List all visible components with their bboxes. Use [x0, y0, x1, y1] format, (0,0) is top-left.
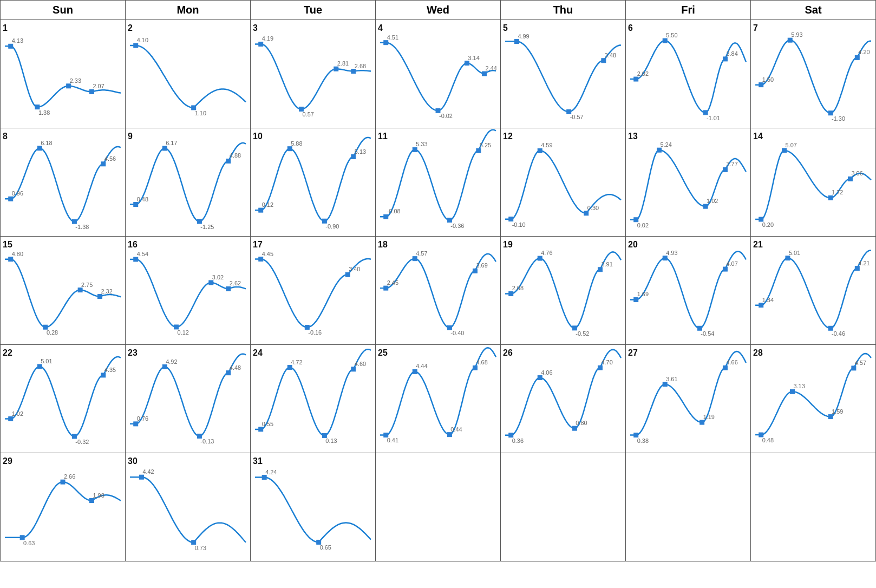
day-chart: 0.554.720.134.6024	[251, 345, 375, 453]
svg-rect-190	[162, 365, 167, 369]
day-chart: 0.414.440.444.6825	[376, 345, 500, 453]
svg-rect-233	[759, 433, 763, 437]
svg-text:2.44: 2.44	[486, 65, 497, 71]
svg-text:4.57: 4.57	[855, 360, 866, 366]
svg-rect-72	[226, 159, 231, 163]
svg-text:4.06: 4.06	[541, 369, 552, 376]
svg-text:4.80: 4.80	[12, 251, 23, 257]
svg-text:5.01: 5.01	[41, 358, 52, 364]
day-cell-9: 0.486.17-1.254.889	[126, 128, 251, 237]
svg-rect-0	[9, 44, 13, 48]
svg-text:15: 15	[3, 240, 12, 249]
svg-rect-77	[287, 147, 292, 151]
day-cell-12: -0.104.590.3012	[500, 128, 625, 237]
svg-rect-48	[759, 83, 763, 87]
day-chart: 0.966.18-1.384.568	[1, 128, 125, 236]
svg-rect-59	[37, 146, 42, 151]
svg-text:2.62: 2.62	[230, 280, 241, 286]
svg-rect-88	[447, 218, 452, 223]
svg-text:1.38: 1.38	[38, 109, 50, 116]
svg-text:29: 29	[3, 456, 12, 466]
svg-text:6.17: 6.17	[166, 140, 177, 146]
svg-text:17: 17	[253, 240, 263, 249]
svg-text:1.10: 1.10	[195, 110, 206, 116]
day-cell-13: 0.025.241.023.7713	[625, 128, 750, 237]
svg-rect-237	[828, 415, 833, 419]
day-cell-8: 0.966.18-1.384.568	[1, 128, 126, 237]
day-cell-1: 4.131.382.332.071	[1, 20, 126, 128]
svg-text:2.45: 2.45	[387, 279, 398, 286]
svg-text:0.20: 0.20	[762, 221, 774, 228]
svg-rect-219	[572, 426, 577, 430]
svg-text:4.99: 4.99	[518, 33, 529, 40]
svg-text:4.45: 4.45	[262, 251, 273, 257]
day-cell-26: 0.364.060.804.7026	[500, 345, 625, 453]
empty-cell	[750, 453, 875, 561]
svg-text:4: 4	[378, 23, 383, 32]
svg-rect-192	[197, 434, 201, 438]
svg-text:1.50: 1.50	[762, 76, 774, 83]
svg-text:14: 14	[753, 132, 763, 141]
svg-rect-68	[162, 146, 167, 151]
column-header-mon: Mon	[126, 1, 251, 20]
svg-text:-1.01: -1.01	[707, 115, 720, 121]
day-cell-27: 0.383.611.194.6627	[625, 345, 750, 453]
svg-text:4.13: 4.13	[12, 37, 23, 44]
svg-text:0.63: 0.63	[23, 540, 35, 546]
svg-rect-254	[262, 475, 266, 480]
column-header-wed: Wed	[375, 1, 500, 20]
svg-text:4.21: 4.21	[858, 260, 870, 266]
week-row-4: 1.025.01-0.324.35220.764.92-0.134.48230.…	[1, 345, 876, 453]
day-cell-2: 4.101.102	[126, 20, 251, 128]
svg-rect-32	[514, 40, 519, 44]
svg-rect-215	[509, 433, 513, 437]
svg-text:4.93: 4.93	[666, 250, 677, 256]
svg-rect-61	[72, 219, 76, 224]
svg-rect-97	[584, 211, 589, 215]
day-chart: 1.345.01-0.464.2121	[751, 237, 875, 344]
svg-text:5.50: 5.50	[666, 32, 677, 38]
svg-text:4.92: 4.92	[166, 358, 177, 365]
svg-text:4.20: 4.20	[858, 49, 870, 55]
day-chart: 4.99-0.573.485	[501, 20, 625, 128]
day-chart: 0.025.241.023.7713	[626, 128, 750, 236]
svg-text:5.88: 5.88	[291, 140, 302, 147]
week-row-3: 4.800.282.752.32154.540.123.022.62164.45…	[1, 237, 876, 345]
svg-rect-115	[848, 177, 852, 181]
svg-rect-70	[197, 219, 201, 224]
svg-text:6.18: 6.18	[41, 140, 52, 146]
svg-text:5.07: 5.07	[785, 142, 796, 148]
svg-text:23: 23	[128, 348, 138, 357]
svg-rect-208	[413, 369, 417, 374]
svg-rect-201	[322, 433, 326, 437]
svg-text:2.07: 2.07	[93, 83, 104, 89]
svg-text:5.01: 5.01	[789, 250, 800, 256]
svg-rect-152	[509, 291, 513, 296]
svg-rect-235	[790, 389, 794, 394]
svg-text:0.12: 0.12	[178, 329, 189, 336]
svg-rect-230	[723, 365, 727, 370]
day-cell-20: 1.694.93-0.544.0720	[625, 237, 750, 345]
svg-rect-109	[759, 217, 763, 221]
svg-text:1.19: 1.19	[703, 414, 715, 420]
svg-text:6: 6	[628, 23, 633, 32]
svg-text:31: 31	[253, 456, 263, 466]
day-chart: 4.800.282.752.3215	[1, 237, 125, 344]
svg-rect-158	[598, 267, 602, 272]
svg-rect-29	[482, 71, 487, 76]
day-chart: 4.101.102	[126, 20, 250, 128]
svg-text:8: 8	[3, 132, 8, 141]
svg-text:0.55: 0.55	[262, 421, 273, 427]
svg-rect-16	[299, 107, 304, 112]
svg-rect-176	[855, 266, 859, 271]
svg-rect-2	[35, 105, 40, 109]
svg-rect-242	[20, 535, 24, 540]
svg-rect-52	[828, 111, 833, 115]
svg-rect-199	[287, 365, 292, 370]
svg-rect-27	[465, 61, 469, 66]
day-chart: 2.084.76-0.523.9119	[501, 237, 625, 344]
day-cell-3: 4.190.572.812.683	[251, 20, 376, 128]
empty-cell	[625, 453, 750, 561]
day-chart: -0.104.590.3012	[501, 128, 625, 236]
svg-rect-212	[473, 365, 477, 370]
